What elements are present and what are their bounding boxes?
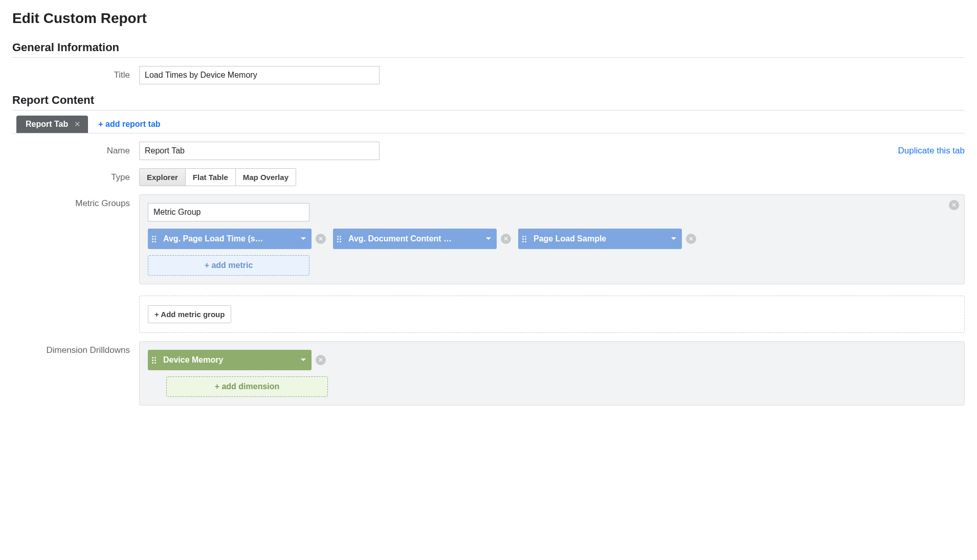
- add-metric-group-button[interactable]: + Add metric group: [148, 305, 231, 323]
- type-option-explorer[interactable]: Explorer: [140, 169, 186, 186]
- add-metric-button[interactable]: + add metric: [148, 255, 309, 276]
- dimension-chip-label: Device Memory: [163, 355, 295, 365]
- metric-chip-label: Page Load Sample: [534, 234, 665, 243]
- metric-chip[interactable]: Page Load Sample: [518, 229, 682, 249]
- page-title: Edit Custom Report: [12, 10, 965, 27]
- metric-chip-label: Avg. Document Content …: [348, 234, 480, 243]
- metric-chip-label: Avg. Page Load Time (s…: [163, 234, 295, 243]
- caret-down-icon: [300, 237, 306, 241]
- close-icon[interactable]: ✕: [949, 200, 959, 210]
- add-dimension-button[interactable]: + add dimension: [166, 376, 328, 397]
- drag-handle-icon[interactable]: [152, 236, 158, 242]
- tab-name-input[interactable]: [139, 142, 380, 160]
- dimension-drilldowns-label: Dimension Drilldowns: [12, 341, 139, 355]
- drag-handle-icon[interactable]: [337, 236, 343, 242]
- dimension-drilldowns-panel: Device Memory ✕ + add dimension: [139, 341, 965, 406]
- close-icon[interactable]: ✕: [74, 120, 81, 129]
- close-icon[interactable]: ✕: [316, 234, 326, 244]
- tab-type-segmented: Explorer Flat Table Map Overlay: [139, 168, 296, 186]
- report-tab-strip: Report Tab ✕ + add report tab: [12, 116, 965, 133]
- section-content-header: Report Content: [12, 94, 965, 110]
- drag-handle-icon[interactable]: [152, 357, 158, 364]
- type-option-flat-table[interactable]: Flat Table: [186, 169, 236, 186]
- metric-group-name-input[interactable]: [148, 203, 309, 221]
- report-tab-label: Report Tab: [26, 120, 68, 129]
- caret-down-icon: [671, 237, 677, 241]
- dimension-chip[interactable]: Device Memory: [148, 350, 312, 370]
- metric-chip[interactable]: Avg. Page Load Time (s…: [148, 229, 312, 249]
- close-icon[interactable]: ✕: [316, 355, 326, 365]
- drag-handle-icon[interactable]: [522, 236, 528, 242]
- type-option-map-overlay[interactable]: Map Overlay: [236, 169, 296, 186]
- tab-type-label: Type: [12, 168, 139, 183]
- metric-chip[interactable]: Avg. Document Content …: [333, 229, 497, 249]
- close-icon[interactable]: ✕: [686, 234, 696, 244]
- add-report-tab-link[interactable]: + add report tab: [98, 120, 160, 129]
- caret-down-icon: [485, 237, 492, 241]
- duplicate-tab-link[interactable]: Duplicate this tab: [898, 142, 965, 156]
- caret-down-icon: [300, 358, 306, 362]
- tab-name-label: Name: [12, 142, 139, 156]
- metric-groups-label: Metric Groups: [12, 194, 139, 209]
- report-tab-active[interactable]: Report Tab ✕: [16, 116, 88, 133]
- add-metric-group-panel: + Add metric group: [139, 296, 965, 333]
- metric-group-panel: ✕ Avg. Page Load Time (s… ✕ Avg. Documen…: [139, 194, 965, 284]
- close-icon[interactable]: ✕: [501, 234, 511, 244]
- section-general-header: General Information: [12, 41, 965, 58]
- title-label: Title: [12, 66, 139, 80]
- title-input[interactable]: [139, 66, 380, 84]
